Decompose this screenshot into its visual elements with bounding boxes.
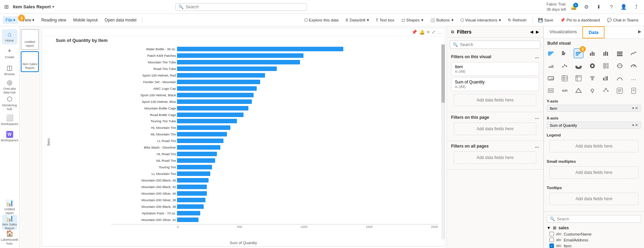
filter-search[interactable]: 🔍 <box>450 41 540 49</box>
filter-page-more-icon[interactable]: … <box>535 115 539 120</box>
filter-more-icon[interactable]: … <box>535 54 539 59</box>
bar-fill[interactable] <box>177 67 277 71</box>
y-axis-field[interactable]: Item ▾ ✕ <box>547 105 641 112</box>
page-untitled[interactable]: Untitled report <box>21 29 39 50</box>
field-checkbox[interactable] <box>549 238 554 242</box>
chart-scrollbar[interactable] <box>441 44 445 239</box>
bar-fill[interactable] <box>177 47 343 51</box>
viz-decomp-icon[interactable] <box>601 86 611 96</box>
explore-button[interactable]: ⬡Explore this data <box>301 16 342 24</box>
data-search[interactable]: 🔍 <box>547 215 641 223</box>
save-button[interactable]: 💾Save <box>535 16 556 24</box>
page-itemsales[interactable]: Item Sales Report <box>21 51 39 72</box>
bar-fill[interactable] <box>177 113 244 117</box>
sidebar-item-create[interactable]: + Create <box>2 46 17 61</box>
add-fields-allpages-button[interactable]: Add data fields here <box>454 151 536 164</box>
viz-line-chart-icon[interactable] <box>629 48 638 58</box>
bar-fill[interactable] <box>177 152 217 156</box>
sidebar-item-onelake[interactable]: ◎ OneLake data hub <box>2 79 17 94</box>
viz-matrix-icon[interactable] <box>574 73 583 83</box>
viz-waterfall-icon[interactable] <box>601 73 611 83</box>
scrollbar-thumb[interactable] <box>441 44 445 103</box>
shapes-button[interactable]: ◻Shapes▾ <box>399 16 426 24</box>
expand-chart-icon[interactable]: ⤢ <box>432 29 435 35</box>
right-panel-expand[interactable]: ▶ <box>635 26 644 38</box>
bar-fill[interactable] <box>177 106 248 110</box>
bar-fill[interactable] <box>177 211 200 215</box>
viz-paginated-icon[interactable] <box>629 86 638 96</box>
search-input-top[interactable] <box>186 5 304 9</box>
add-fields-small-button[interactable]: Add data fields here <box>549 166 638 179</box>
viz-kpi-icon[interactable]: KPI <box>560 86 570 96</box>
notification-bell-button[interactable]: 🔔 5 <box>569 2 579 12</box>
tab-visualizations[interactable]: Visualizations <box>544 26 582 38</box>
bar-fill[interactable] <box>177 60 300 64</box>
viz-more-icon[interactable]: … <box>629 73 638 83</box>
bar-fill[interactable] <box>177 132 227 136</box>
viz-bar-chart-icon[interactable]: 3 <box>574 48 583 58</box>
file-menu[interactable]: File ▾ <box>3 16 18 24</box>
refresh-button[interactable]: ↻Refresh <box>505 16 529 24</box>
sidebar-item-untitled[interactable]: 📊 Untitled report <box>2 200 17 215</box>
viz-100pct-bar-icon[interactable] <box>615 48 625 58</box>
reading-view-menu[interactable]: Reading view <box>38 16 69 24</box>
x-axis-dropdown[interactable]: ▾ <box>632 123 634 127</box>
viz-funnel-icon[interactable] <box>588 73 597 83</box>
buttons-menu-button[interactable]: ⬜Buttons▾ <box>427 16 456 24</box>
viz-table-icon[interactable] <box>560 73 570 83</box>
sidebar-item-monitoring[interactable]: ⬡ Monitoring hub <box>2 96 17 111</box>
mobile-layout-menu[interactable]: Mobile layout <box>70 16 100 24</box>
bar-fill[interactable] <box>177 171 210 176</box>
viz-area-chart-icon[interactable] <box>546 61 556 71</box>
text-box-button[interactable]: TText box <box>373 17 397 24</box>
viz-stacked-column-icon[interactable] <box>601 48 611 58</box>
filter-item-item[interactable]: Item is (All) <box>451 62 539 76</box>
visual-interactions-button[interactable]: ⬡Visual interactions▾ <box>458 16 504 24</box>
download-button[interactable]: ⬇ <box>594 2 604 12</box>
field-checkbox[interactable]: ✓ <box>549 243 554 248</box>
filters-collapse-icon[interactable]: ◀ <box>530 29 533 34</box>
data-field-item[interactable]: abcEmailAddress <box>544 237 644 243</box>
bar-fill[interactable] <box>177 139 223 143</box>
bar-fill[interactable] <box>177 185 207 189</box>
filters-expand-icon[interactable]: ▶ <box>536 29 539 34</box>
bar-fill[interactable] <box>177 125 230 130</box>
bar-fill[interactable] <box>177 191 207 196</box>
filter-search-input[interactable] <box>460 42 537 47</box>
bar-fill[interactable] <box>177 204 204 209</box>
add-fields-visual-button[interactable]: Add data fields here <box>454 94 536 106</box>
bar-fill[interactable] <box>177 93 254 97</box>
title-caret[interactable]: ▾ <box>52 5 54 9</box>
filter-chart-icon[interactable]: ≡ <box>427 29 430 35</box>
viz-donut-icon[interactable] <box>588 61 597 71</box>
data-search-input[interactable] <box>557 217 638 221</box>
y-axis-dropdown[interactable]: ▾ <box>632 106 634 110</box>
share-button[interactable]: ⤴ <box>632 2 641 12</box>
y-axis-remove[interactable]: ✕ <box>635 106 638 110</box>
x-axis-remove[interactable]: ✕ <box>635 123 638 127</box>
filter-item-quantity[interactable]: Sum of Quantity is (All) <box>451 77 539 91</box>
viz-narrative-icon[interactable] <box>615 86 625 96</box>
viz-slicer-icon[interactable] <box>546 86 556 96</box>
bar-fill[interactable] <box>177 99 252 104</box>
help-button[interactable]: ? <box>607 2 616 12</box>
viz-clustered-bar-icon[interactable] <box>560 48 570 58</box>
bar-fill[interactable] <box>177 178 209 183</box>
app-grid-icon[interactable]: ⊞ <box>3 2 10 11</box>
viz-gauge-icon[interactable] <box>629 61 638 71</box>
field-checkbox[interactable] <box>549 232 554 236</box>
data-table-sales[interactable]: ▼ ⊞ sales <box>544 225 644 231</box>
viz-stacked-bar-icon[interactable] <box>546 48 556 58</box>
data-field-item[interactable]: ✓abcItem <box>544 243 644 248</box>
viz-map-icon[interactable] <box>615 61 625 71</box>
add-fields-page-button[interactable]: Add data fields here <box>454 123 536 135</box>
sidebar-item-home[interactable]: ⌂ Home <box>2 29 17 44</box>
data-field-item[interactable]: abcCustomerName <box>544 231 644 237</box>
bar-fill[interactable] <box>177 218 199 222</box>
sidebar-item-lakehouse[interactable]: 🏠 LakehouseB hutu <box>2 230 17 245</box>
viz-card-icon[interactable]: 123 <box>546 73 556 83</box>
sidebar-item-itemsales[interactable]: 📊 Item Sales Report <box>2 215 17 230</box>
bar-fill[interactable] <box>177 165 212 169</box>
pin-dashboard-button[interactable]: 📌Pin to a dashboard <box>557 16 603 24</box>
tab-data[interactable]: Data <box>582 26 605 38</box>
